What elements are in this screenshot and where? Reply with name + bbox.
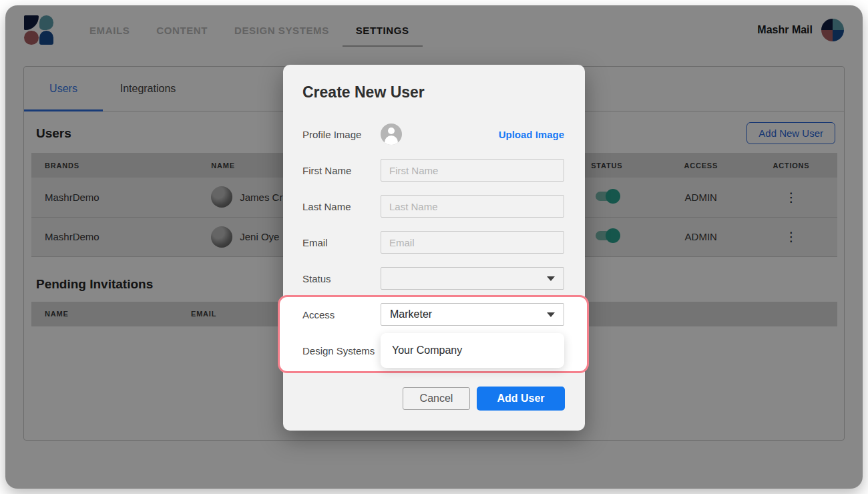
cancel-button[interactable]: Cancel — [403, 387, 470, 410]
chevron-down-icon — [547, 276, 555, 281]
access-select-value: Marketer — [390, 308, 432, 320]
design-systems-dropdown: Your Company — [381, 333, 564, 368]
first-name-field[interactable] — [381, 159, 564, 182]
profile-image-row: Profile Image Upload Image — [302, 116, 565, 152]
email-label: Email — [302, 237, 381, 248]
first-name-row: First Name — [302, 152, 565, 188]
first-name-label: First Name — [302, 165, 381, 176]
chevron-down-icon — [547, 312, 555, 317]
status-row: Status — [302, 260, 565, 296]
design-systems-label: Design Systems — [302, 345, 381, 356]
profile-image-label: Profile Image — [302, 129, 381, 140]
profile-placeholder-avatar-icon — [381, 123, 402, 145]
access-label: Access — [302, 309, 381, 320]
email-row: Email — [302, 224, 565, 260]
access-row: Access Marketer — [302, 296, 565, 332]
last-name-label: Last Name — [302, 201, 381, 212]
status-select[interactable] — [381, 267, 564, 290]
status-label: Status — [302, 273, 381, 284]
access-select[interactable]: Marketer — [381, 303, 564, 326]
last-name-field[interactable] — [381, 195, 564, 218]
email-field[interactable] — [381, 231, 564, 254]
add-user-button[interactable]: Add User — [477, 387, 565, 411]
upload-image-link[interactable]: Upload Image — [499, 129, 564, 140]
modal-title: Create New User — [302, 83, 565, 101]
create-new-user-modal: Create New User Profile Image Upload Ima… — [283, 65, 585, 431]
modal-footer: Cancel Add User — [302, 387, 565, 411]
last-name-row: Last Name — [302, 188, 565, 224]
design-systems-row: Design Systems Your Company — [302, 332, 565, 368]
dropdown-option-your-company[interactable]: Your Company — [392, 344, 462, 356]
